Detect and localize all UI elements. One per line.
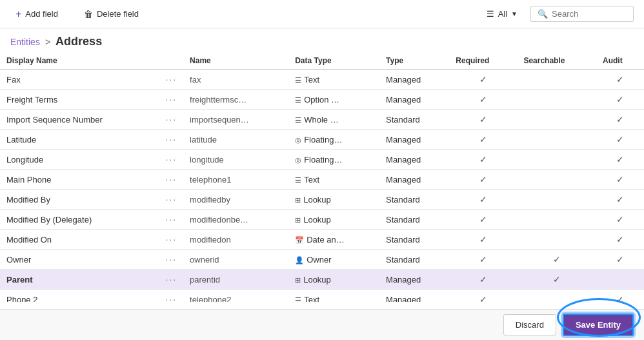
field-managed: Standard [379, 110, 449, 130]
field-managed: Standard [379, 210, 449, 230]
breadcrumb-parent[interactable]: Entities [10, 37, 40, 47]
table-row[interactable]: Parent ··· parentid ⊞Lookup Managed ✓ ✓ [0, 270, 644, 290]
field-searchable [517, 110, 596, 130]
field-dots[interactable]: ··· [159, 290, 183, 303]
field-dots[interactable]: ··· [159, 150, 183, 170]
table-row[interactable]: Fax ··· fax ☰Text Managed ✓ ✓ [0, 70, 644, 90]
toolbar-left: + Add field 🗑 Delete field [10, 6, 144, 23]
col-dots [159, 52, 183, 70]
table-row[interactable]: Phone 2 ··· telephone2 ☰Text Managed ✓ ✓ [0, 290, 644, 303]
field-searchable [517, 130, 596, 150]
col-audit: Audit [596, 52, 644, 70]
search-input[interactable] [552, 9, 629, 19]
table-header-row: Display Name Name Data Type Type Require… [0, 52, 644, 70]
field-dots[interactable]: ··· [159, 190, 183, 210]
field-internal-name: ownerid [183, 250, 288, 270]
field-internal-name: freighttermsc… [183, 90, 288, 110]
discard-button[interactable]: Discard [503, 314, 556, 335]
field-display-name: Freight Terms [0, 90, 159, 110]
field-searchable [517, 190, 596, 210]
field-audit: ✓ [596, 70, 644, 90]
field-display-name: Latitude [0, 130, 159, 150]
field-dots[interactable]: ··· [159, 230, 183, 250]
col-data-type: Data Type [288, 52, 379, 70]
field-display-name: Longitude [0, 150, 159, 170]
field-managed: Managed [379, 170, 449, 190]
field-type: ☰Whole … [288, 110, 379, 130]
field-audit: ✓ [596, 170, 644, 190]
field-type: ☰Text [288, 70, 379, 90]
field-display-name: Owner [0, 250, 159, 270]
field-type: ☰Text [288, 170, 379, 190]
table-row[interactable]: Freight Terms ··· freighttermsc… ☰Option… [0, 90, 644, 110]
field-required: ✓ [449, 90, 517, 110]
field-searchable [517, 290, 596, 303]
field-audit [596, 270, 644, 290]
add-field-label: Add field [25, 9, 58, 19]
field-dots[interactable]: ··· [159, 270, 183, 290]
field-internal-name: telephone2 [183, 290, 288, 303]
field-display-name: Parent [0, 270, 159, 290]
table-row[interactable]: Latitude ··· latitude ◎Floating… Managed… [0, 130, 644, 150]
field-required: ✓ [449, 150, 517, 170]
field-dots[interactable]: ··· [159, 130, 183, 150]
field-dots[interactable]: ··· [159, 210, 183, 230]
trash-icon: 🗑 [84, 9, 93, 19]
field-audit: ✓ [596, 130, 644, 150]
field-managed: Managed [379, 130, 449, 150]
filter-button[interactable]: ☰ All ▼ [481, 6, 523, 21]
table-row[interactable]: Import Sequence Number ··· importsequen…… [0, 110, 644, 130]
col-name: Name [183, 52, 288, 70]
toolbar-right: ☰ All ▼ 🔍 [481, 6, 634, 22]
field-internal-name: modifiedon [183, 230, 288, 250]
field-dots[interactable]: ··· [159, 170, 183, 190]
table-row[interactable]: Modified By (Delegate) ··· modifiedonbe…… [0, 210, 644, 230]
field-dots[interactable]: ··· [159, 90, 183, 110]
col-searchable: Searchable [517, 52, 596, 70]
field-type: 📅Date an… [288, 230, 379, 250]
field-internal-name: modifiedby [183, 190, 288, 210]
field-internal-name: fax [183, 70, 288, 90]
field-searchable [517, 70, 596, 90]
field-required: ✓ [449, 230, 517, 250]
field-type: ◎Floating… [288, 150, 379, 170]
add-field-button[interactable]: + Add field [10, 6, 63, 23]
field-internal-name: telephone1 [183, 170, 288, 190]
fields-table: Display Name Name Data Type Type Require… [0, 52, 644, 302]
field-required: ✓ [449, 110, 517, 130]
field-required: ✓ [449, 210, 517, 230]
field-managed: Managed [379, 150, 449, 170]
delete-field-button[interactable]: 🗑 Delete field [79, 6, 144, 22]
field-type: ☰Option … [288, 90, 379, 110]
field-dots[interactable]: ··· [159, 110, 183, 130]
field-display-name: Fax [0, 70, 159, 90]
col-display-name: Display Name [0, 52, 159, 70]
field-required: ✓ [449, 130, 517, 150]
table-row[interactable]: Modified By ··· modifiedby ⊞Lookup Stand… [0, 190, 644, 210]
table-row[interactable]: Modified On ··· modifiedon 📅Date an… Sta… [0, 230, 644, 250]
table-row[interactable]: Owner ··· ownerid 👤Owner Standard ✓ ✓ ✓ [0, 250, 644, 270]
field-searchable [517, 90, 596, 110]
table-row[interactable]: Longitude ··· longitude ◎Floating… Manag… [0, 150, 644, 170]
chevron-down-icon: ▼ [511, 10, 518, 17]
field-required: ✓ [449, 270, 517, 290]
field-required: ✓ [449, 290, 517, 303]
save-entity-button[interactable]: Save Entity [563, 314, 634, 336]
search-icon: 🔍 [538, 9, 548, 19]
table-row[interactable]: Main Phone ··· telephone1 ☰Text Managed … [0, 170, 644, 190]
field-required: ✓ [449, 70, 517, 90]
search-box[interactable]: 🔍 [530, 6, 634, 22]
field-searchable [517, 230, 596, 250]
field-type: ⊞Lookup [288, 190, 379, 210]
field-managed: Standard [379, 250, 449, 270]
field-dots[interactable]: ··· [159, 250, 183, 270]
field-audit: ✓ [596, 290, 644, 303]
field-display-name: Modified By [0, 190, 159, 210]
table-container: Display Name Name Data Type Type Require… [0, 52, 644, 302]
field-searchable: ✓ [517, 270, 596, 290]
field-internal-name: latitude [183, 130, 288, 150]
field-audit: ✓ [596, 110, 644, 130]
plus-icon: + [15, 8, 21, 20]
field-dots[interactable]: ··· [159, 70, 183, 90]
field-type: ⊞Lookup [288, 270, 379, 290]
